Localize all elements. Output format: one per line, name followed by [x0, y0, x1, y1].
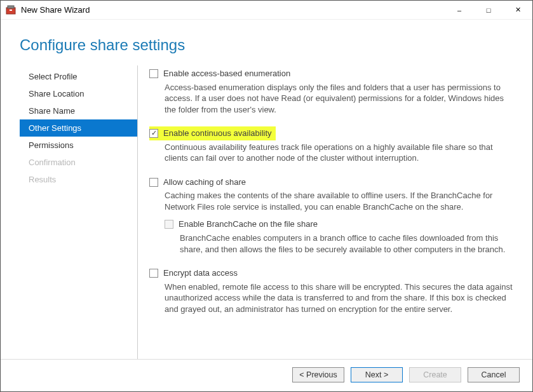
desc-ca: Continuous availability features track f… [149, 140, 516, 169]
title-bar: New Share Wizard – □ ✕ [1, 1, 532, 20]
desc-encrypt: When enabled, remote file access to this… [149, 280, 516, 320]
create-button: Create [409, 367, 461, 382]
wizard-steps-sidebar: Select Profile Share Location Share Name… [20, 65, 137, 359]
window-title: New Share Wizard [21, 5, 90, 15]
window-controls: – □ ✕ [445, 1, 532, 19]
sidebar-item-other-settings[interactable]: Other Settings [20, 119, 137, 137]
app-icon [6, 5, 16, 15]
minimize-button[interactable]: – [445, 1, 474, 19]
svg-rect-2 [10, 10, 12, 11]
label-cache: Allow caching of share [163, 177, 246, 188]
settings-panel: Enable access-based enumeration Access-b… [149, 65, 520, 359]
next-button[interactable]: Next > [351, 367, 403, 382]
maximize-button[interactable]: □ [474, 1, 503, 19]
checkbox-abe[interactable] [149, 69, 158, 78]
desc-abe: Access-based enumeration displays only t… [149, 81, 516, 121]
sidebar-item-confirmation: Confirmation [20, 154, 137, 171]
desc-cache: Caching makes the contents of the share … [149, 189, 516, 217]
option-access-based-enumeration: Enable access-based enumeration Access-b… [149, 67, 516, 120]
checkbox-encrypt[interactable] [149, 269, 158, 278]
option-allow-caching: Allow caching of share Caching makes the… [149, 175, 516, 260]
label-abe: Enable access-based enumeration [163, 68, 290, 79]
label-ca: Enable continuous availability [163, 128, 272, 139]
checkbox-branchcache [165, 220, 173, 229]
option-encrypt-data-access: Encrypt data access When enabled, remote… [149, 266, 516, 320]
svg-rect-1 [8, 6, 14, 8]
sidebar-item-share-location[interactable]: Share Location [20, 85, 137, 102]
page-title: Configure share settings [1, 20, 532, 65]
previous-button[interactable]: < Previous [292, 367, 344, 382]
sidebar-item-permissions[interactable]: Permissions [20, 137, 137, 154]
label-encrypt: Encrypt data access [163, 267, 238, 279]
desc-branchcache: BranchCache enables computers in a branc… [165, 231, 516, 260]
vertical-divider [137, 65, 138, 359]
sidebar-item-select-profile[interactable]: Select Profile [20, 68, 137, 85]
cancel-button[interactable]: Cancel [468, 367, 520, 382]
label-branchcache: Enable BranchCache on the file share [179, 219, 318, 230]
checkbox-cache[interactable] [149, 178, 158, 187]
option-continuous-availability: ✓ Enable continuous availability Continu… [149, 126, 516, 169]
close-button[interactable]: ✕ [503, 1, 532, 19]
sidebar-item-results: Results [20, 171, 137, 188]
option-branchcache: Enable BranchCache on the file share Bra… [165, 217, 516, 260]
sidebar-item-share-name[interactable]: Share Name [20, 102, 137, 119]
checkbox-ca[interactable]: ✓ [149, 129, 158, 138]
wizard-footer: < Previous Next > Create Cancel [1, 359, 532, 391]
